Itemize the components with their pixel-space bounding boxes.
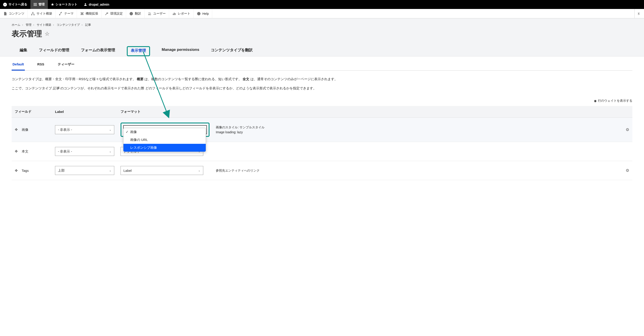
tab-translate-content-type[interactable]: コンテンツタイプを翻訳 bbox=[210, 45, 254, 56]
subtab-teaser[interactable]: ティーザー bbox=[57, 59, 75, 70]
breadcrumb: ホーム› 管理› サイト構築› コンテンツタイプ› 記事 bbox=[12, 23, 632, 27]
toolbar-structure[interactable]: サイト構築 bbox=[28, 9, 56, 18]
toolbar-content[interactable]: コンテンツ bbox=[0, 9, 28, 18]
tab-manage-display[interactable]: 表示管理 bbox=[126, 45, 151, 56]
settings-summary: 画像のスタイル: サンプルスタイル Image loading: lazy bbox=[216, 125, 616, 135]
annotation-highlight-format: 画像 画像の URL レスポンシブ画像 bbox=[120, 122, 210, 137]
field-name: 画像 bbox=[22, 128, 28, 131]
primary-tabs: 編集 フィールドの管理 フォームの表示管理 表示管理 Manage permis… bbox=[12, 45, 632, 56]
hierarchy-icon bbox=[31, 12, 35, 16]
manage-toggle[interactable]: 管理 bbox=[30, 0, 48, 9]
user-label: drupal_admin bbox=[89, 3, 109, 6]
svg-rect-8 bbox=[174, 13, 175, 15]
collapse-icon bbox=[637, 12, 641, 16]
svg-point-6 bbox=[150, 13, 151, 14]
people-icon bbox=[148, 12, 152, 16]
chevron-down-icon: ⌄ bbox=[109, 169, 111, 172]
display-fields-table: フィールド Label フォーマット ✥ 画像 - 非表示 - ⌄ bbox=[12, 106, 632, 180]
secondary-tabs: Default RSS ティーザー bbox=[12, 59, 632, 71]
format-dropdown-menu: 画像 画像の URL レスポンシブ画像 bbox=[123, 128, 206, 152]
label-select[interactable]: - 非表示 - ⌄ bbox=[55, 147, 114, 156]
svg-point-3 bbox=[34, 14, 35, 16]
shortcuts-label: ショートカット bbox=[56, 3, 77, 7]
globe-icon bbox=[129, 12, 133, 16]
subtab-default[interactable]: Default bbox=[12, 59, 25, 71]
chevron-down-icon: ⌄ bbox=[109, 150, 111, 153]
page-content: Default RSS ティーザー コンテンツタイプは、概要・全文・印字用・RS… bbox=[0, 59, 644, 189]
puzzle-icon bbox=[80, 12, 84, 16]
svg-rect-7 bbox=[173, 14, 174, 15]
table-row: ✥ 本文 - 非表示 - ⌄ デフォルト ⌄ bbox=[12, 142, 632, 161]
star-icon: ★ bbox=[51, 3, 54, 7]
eye-icon: ◉ bbox=[594, 99, 596, 103]
toolbar-config[interactable]: 環境設定 bbox=[102, 9, 126, 18]
toolbar-people[interactable]: ユーザー bbox=[144, 9, 169, 18]
shortcuts-link[interactable]: ★ ショートカット bbox=[48, 0, 80, 9]
show-row-weights-link[interactable]: ◉ 行のウェイトを表示する bbox=[12, 97, 632, 106]
table-row: ✥ Tags 上部 ⌄ Label ⌄ 参照先エンティティへのリンク bbox=[12, 161, 632, 180]
th-field: フィールド bbox=[12, 106, 52, 118]
brush-icon bbox=[58, 12, 62, 16]
label-select[interactable]: - 非表示 - ⌄ bbox=[55, 125, 114, 134]
tab-manage-permissions[interactable]: Manage permissions bbox=[161, 45, 200, 56]
th-format: フォーマット bbox=[118, 106, 213, 118]
hamburger-icon bbox=[34, 3, 37, 6]
field-name: Tags bbox=[22, 169, 29, 173]
dropdown-option-responsive-image[interactable]: レスポンシブ画像 bbox=[124, 144, 206, 152]
field-name: 本文 bbox=[22, 149, 28, 153]
subtab-rss[interactable]: RSS bbox=[36, 59, 45, 70]
breadcrumb-content-types[interactable]: コンテンツタイプ bbox=[56, 23, 80, 27]
svg-point-5 bbox=[149, 12, 150, 14]
drag-handle-icon[interactable]: ✥ bbox=[15, 169, 18, 173]
admin-toolbar: コンテンツ サイト構築 テーマ 機能拡張 環境設定 翻訳 ユーザー レポート H… bbox=[0, 9, 644, 18]
wrench-icon bbox=[105, 12, 109, 16]
tab-manage-form-display[interactable]: フォームの表示管理 bbox=[80, 45, 116, 56]
chevron-down-icon: ⌄ bbox=[109, 128, 111, 131]
breadcrumb-manage[interactable]: 管理 bbox=[26, 23, 32, 27]
toolbar-collapse-button[interactable] bbox=[634, 9, 644, 18]
format-select[interactable]: Label ⌄ bbox=[120, 166, 203, 175]
drag-handle-icon[interactable]: ✥ bbox=[15, 127, 18, 132]
page-header: ホーム› 管理› サイト構築› コンテンツタイプ› 記事 表示管理 ☆ 編集 フ… bbox=[0, 18, 644, 56]
favorite-star-icon[interactable]: ☆ bbox=[45, 31, 50, 37]
bars-icon bbox=[172, 12, 176, 16]
back-to-site-link[interactable]: ‹ サイトへ戻る bbox=[0, 0, 30, 9]
page-title: 表示管理 ☆ bbox=[12, 29, 632, 39]
tab-edit[interactable]: 編集 bbox=[19, 45, 28, 56]
admin-topbar: ‹ サイトへ戻る 管理 ★ ショートカット drupal_admin bbox=[0, 0, 644, 9]
breadcrumb-home[interactable]: ホーム bbox=[12, 23, 20, 27]
th-label: Label bbox=[52, 106, 118, 118]
annotation-highlight-tab: 表示管理 bbox=[127, 46, 150, 56]
gear-icon[interactable]: ⚙ bbox=[626, 127, 629, 132]
toolbar-help[interactable]: Help bbox=[194, 9, 212, 18]
help-icon bbox=[197, 12, 201, 16]
dropdown-option-image-url[interactable]: 画像の URL bbox=[124, 136, 206, 144]
chevron-down-icon: ⌄ bbox=[198, 169, 200, 172]
toolbar-extend[interactable]: 機能拡張 bbox=[77, 9, 102, 18]
drag-handle-icon[interactable]: ✥ bbox=[15, 149, 18, 153]
th-operations bbox=[619, 106, 632, 118]
breadcrumb-article[interactable]: 記事 bbox=[85, 23, 91, 27]
toolbar-reports[interactable]: レポート bbox=[169, 9, 194, 18]
back-arrow-icon: ‹ bbox=[3, 3, 7, 7]
label-select[interactable]: 上部 ⌄ bbox=[55, 166, 114, 175]
svg-point-1 bbox=[32, 12, 34, 13]
gear-icon[interactable]: ⚙ bbox=[626, 168, 629, 173]
back-label: サイトへ戻る bbox=[8, 3, 27, 7]
description-text: コンテンツタイプは、概要・全文・印字用・RSSなど様々な様式で表示されます。 概… bbox=[12, 71, 632, 97]
settings-summary: 参照先エンティティへのリンク bbox=[216, 168, 616, 173]
tab-manage-fields[interactable]: フィールドの管理 bbox=[38, 45, 70, 56]
svg-rect-9 bbox=[175, 13, 176, 15]
toolbar-translate[interactable]: 翻訳 bbox=[126, 9, 144, 18]
dropdown-option-image[interactable]: 画像 bbox=[124, 128, 206, 136]
toolbar-appearance[interactable]: テーマ bbox=[56, 9, 77, 18]
breadcrumb-structure[interactable]: サイト構築 bbox=[37, 23, 51, 27]
th-summary bbox=[213, 106, 619, 118]
svg-point-0 bbox=[85, 3, 86, 5]
user-icon bbox=[84, 3, 87, 6]
file-icon bbox=[3, 12, 7, 16]
svg-point-2 bbox=[31, 14, 32, 16]
table-row: ✥ 画像 - 非表示 - ⌄ bbox=[12, 118, 632, 142]
user-menu[interactable]: drupal_admin bbox=[80, 0, 112, 9]
manage-label: 管理 bbox=[38, 3, 45, 7]
